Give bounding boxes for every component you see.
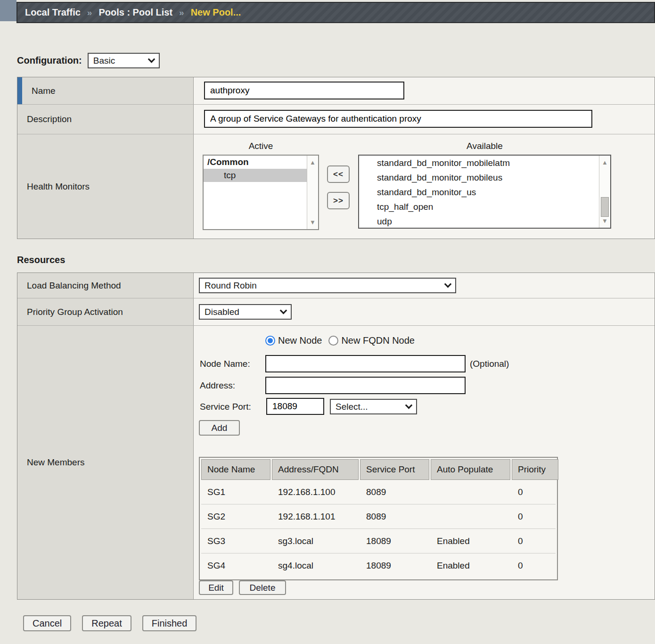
active-partition-group: /Common: [204, 156, 318, 169]
address-label: Address:: [200, 380, 235, 391]
chevron-down-icon: [280, 307, 287, 314]
scroll-down-icon[interactable]: ▼: [599, 218, 610, 224]
load-balancing-select[interactable]: Round Robin: [199, 278, 456, 293]
node-name-label: Node Name:: [200, 359, 250, 369]
available-list-scrollbar[interactable]: ▲ ▼: [599, 156, 610, 228]
cell-auto-populate: [431, 504, 510, 528]
optional-hint: (Optional): [470, 359, 509, 369]
member-row-sg3[interactable]: SG3 sg3.local 18089 Enabled 0: [201, 529, 556, 553]
member-row-sg4[interactable]: SG4 sg4.local 18089 Enabled 0: [201, 553, 556, 578]
active-monitor-item-tcp[interactable]: tcp: [204, 169, 307, 182]
configuration-select[interactable]: Basic: [88, 53, 160, 68]
move-to-active-button[interactable]: <<: [327, 165, 350, 183]
breadcrumb-separator-icon: »: [179, 8, 184, 18]
cell-address: 192.168.1.101: [272, 504, 359, 528]
configuration-select-value: Basic: [93, 56, 115, 66]
description-row: Description: [17, 105, 655, 134]
col-header-service-port: Service Port: [360, 459, 429, 480]
new-node-radio[interactable]: [265, 336, 275, 346]
cell-auto-populate: Enabled: [431, 553, 510, 578]
new-members-row: New Members New Node New FQDN Node Node …: [17, 326, 655, 599]
cancel-button[interactable]: Cancel: [23, 615, 71, 631]
cell-priority: 0: [512, 504, 558, 528]
health-monitors-row: Health Monitors Active /Common tcp ▲ ▼ <…: [17, 134, 655, 239]
cell-priority: 0: [512, 553, 558, 578]
active-monitors-listbox[interactable]: /Common tcp ▲ ▼: [203, 155, 319, 230]
available-monitor-item[interactable]: tcp_half_open: [359, 199, 610, 214]
move-to-available-button[interactable]: >>: [327, 192, 350, 209]
cell-port: 18089: [360, 529, 429, 553]
cell-node-name: SG2: [201, 504, 270, 528]
service-port-select[interactable]: Select...: [330, 399, 417, 414]
health-monitors-label-cell: Health Monitors: [17, 134, 194, 239]
member-row-sg1[interactable]: SG1 192.168.1.100 8089 0: [201, 480, 556, 504]
service-port-label: Service Port:: [200, 402, 251, 412]
name-input[interactable]: [204, 82, 404, 99]
address-input[interactable]: [265, 377, 466, 394]
priority-group-select[interactable]: Disabled: [199, 304, 292, 320]
cell-address: 192.168.1.100: [272, 480, 359, 504]
breadcrumb-current: New Pool...: [191, 7, 241, 18]
available-monitors-listbox[interactable]: standard_bd_monitor_mobilelatm standard_…: [358, 155, 611, 229]
col-header-node-name: Node Name: [201, 459, 270, 480]
scroll-down-icon[interactable]: ▼: [307, 219, 318, 225]
description-label: Description: [27, 114, 72, 124]
new-fqdn-node-radio[interactable]: [328, 336, 338, 346]
resources-heading: Resources: [17, 255, 65, 265]
available-monitor-item[interactable]: standard_bd_monitor_mobilelatm: [359, 156, 610, 170]
chevron-down-icon: [444, 281, 452, 288]
cell-address: sg3.local: [272, 529, 359, 553]
delete-member-button[interactable]: Delete: [239, 580, 286, 595]
service-port-select-value: Select...: [336, 402, 368, 412]
window-corner-block: [0, 0, 16, 21]
breadcrumb-separator-icon: »: [87, 8, 92, 18]
priority-group-label-cell: Priority Group Activation: [17, 298, 194, 325]
member-row-sg2[interactable]: SG2 192.168.1.101 8089 0: [201, 504, 556, 529]
new-members-label-cell: New Members: [17, 326, 194, 599]
chevron-down-icon: [147, 56, 155, 63]
breadcrumb-page[interactable]: Pools : Pool List: [98, 7, 172, 18]
cell-node-name: SG3: [201, 529, 270, 553]
available-list-title: Available: [358, 141, 611, 151]
available-monitor-item[interactable]: udp: [359, 214, 610, 229]
name-label-cell: Name: [17, 77, 194, 104]
add-member-button[interactable]: Add: [199, 420, 240, 436]
cell-node-name: SG4: [201, 553, 270, 578]
edit-member-button[interactable]: Edit: [199, 580, 233, 595]
description-label-cell: Description: [17, 105, 194, 134]
load-balancing-select-value: Round Robin: [205, 281, 257, 291]
service-port-input[interactable]: [266, 398, 324, 415]
finished-button[interactable]: Finished: [142, 615, 197, 631]
resources-table: Load Balancing Method Round Robin Priori…: [17, 272, 655, 600]
cell-port: 18089: [360, 553, 429, 578]
scroll-up-icon[interactable]: ▲: [307, 159, 318, 165]
new-members-label: New Members: [27, 457, 84, 468]
chevron-down-icon: [405, 402, 413, 409]
available-monitor-item[interactable]: standard_bd_monitor_mobileus: [359, 170, 610, 185]
available-monitor-item[interactable]: standard_bd_monitor_us: [359, 185, 610, 199]
description-input[interactable]: [204, 110, 592, 128]
breadcrumb: Local Traffic » Pools : Pool List » New …: [16, 2, 655, 23]
breadcrumb-section[interactable]: Local Traffic: [25, 7, 81, 18]
active-list-scrollbar[interactable]: ▲ ▼: [307, 156, 318, 229]
load-balancing-row: Load Balancing Method Round Robin: [17, 273, 655, 298]
col-header-address-fqdn: Address/FQDN: [272, 459, 359, 480]
scroll-up-icon[interactable]: ▲: [599, 159, 610, 165]
scrollbar-thumb[interactable]: [601, 197, 609, 217]
load-balancing-label: Load Balancing Method: [27, 281, 121, 291]
load-balancing-label-cell: Load Balancing Method: [17, 273, 194, 298]
priority-group-select-value: Disabled: [205, 307, 239, 317]
configuration-table: Name Description Health Monitors Active …: [17, 77, 655, 239]
new-fqdn-node-radio-label[interactable]: New FQDN Node: [341, 335, 415, 346]
members-table-header: Node Name Address/FQDN Service Port Auto…: [201, 459, 556, 480]
priority-group-label: Priority Group Activation: [27, 307, 123, 317]
cell-port: 8089: [360, 504, 429, 528]
node-name-input[interactable]: [265, 355, 466, 372]
members-table: Node Name Address/FQDN Service Port Auto…: [199, 457, 558, 580]
cell-auto-populate: Enabled: [431, 529, 510, 553]
new-node-radio-label[interactable]: New Node: [278, 335, 322, 346]
col-header-auto-populate: Auto Populate: [431, 459, 510, 480]
col-header-priority: Priority: [512, 459, 558, 480]
required-field-accent-bar: [17, 77, 22, 104]
repeat-button[interactable]: Repeat: [82, 615, 131, 631]
